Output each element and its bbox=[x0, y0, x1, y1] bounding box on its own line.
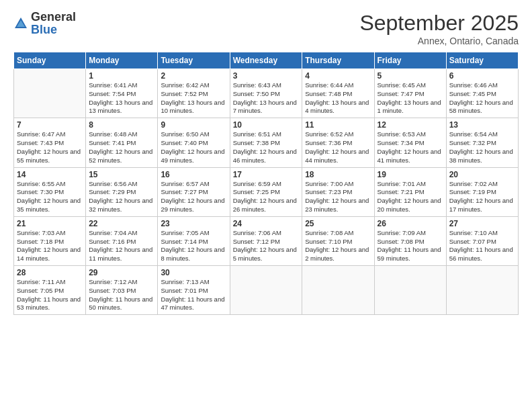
day-number: 12 bbox=[378, 120, 443, 130]
table-row: 21 Sunrise: 7:03 AMSunset: 7:18 PMDaylig… bbox=[14, 216, 86, 265]
table-row: 23 Sunrise: 7:05 AMSunset: 7:14 PMDaylig… bbox=[158, 216, 230, 265]
day-info: Sunrise: 6:44 AMSunset: 7:48 PMDaylight:… bbox=[305, 81, 371, 116]
table-row: 5 Sunrise: 6:45 AMSunset: 7:47 PMDayligh… bbox=[374, 69, 446, 118]
table-row: 14 Sunrise: 6:55 AMSunset: 7:30 PMDaylig… bbox=[14, 167, 86, 216]
table-row: 29 Sunrise: 7:12 AMSunset: 7:03 PMDaylig… bbox=[86, 266, 158, 315]
table-row: 15 Sunrise: 6:56 AMSunset: 7:29 PMDaylig… bbox=[86, 167, 158, 216]
day-number: 3 bbox=[233, 71, 300, 81]
day-number: 4 bbox=[305, 71, 371, 81]
day-info: Sunrise: 6:47 AMSunset: 7:43 PMDaylight:… bbox=[17, 130, 83, 165]
day-info: Sunrise: 7:09 AMSunset: 7:08 PMDaylight:… bbox=[378, 229, 443, 263]
day-number: 7 bbox=[17, 120, 83, 130]
table-row: 1 Sunrise: 6:41 AMSunset: 7:54 PMDayligh… bbox=[86, 69, 158, 118]
table-row: 20 Sunrise: 7:02 AMSunset: 7:19 PMDaylig… bbox=[446, 167, 518, 216]
day-number: 11 bbox=[305, 120, 371, 130]
day-info: Sunrise: 7:00 AMSunset: 7:23 PMDaylight:… bbox=[305, 180, 371, 214]
table-row: 18 Sunrise: 7:00 AMSunset: 7:23 PMDaylig… bbox=[302, 167, 374, 216]
day-number: 2 bbox=[161, 71, 226, 81]
table-row bbox=[230, 266, 302, 315]
day-info: Sunrise: 6:59 AMSunset: 7:25 PMDaylight:… bbox=[233, 180, 300, 214]
table-row: 17 Sunrise: 6:59 AMSunset: 7:25 PMDaylig… bbox=[230, 167, 302, 216]
logo: General Blue bbox=[13, 11, 76, 36]
day-info: Sunrise: 6:45 AMSunset: 7:47 PMDaylight:… bbox=[378, 81, 443, 116]
table-row: 24 Sunrise: 7:06 AMSunset: 7:12 PMDaylig… bbox=[230, 216, 302, 265]
day-info: Sunrise: 7:01 AMSunset: 7:21 PMDaylight:… bbox=[378, 180, 443, 214]
day-number: 8 bbox=[89, 120, 154, 130]
day-number: 5 bbox=[378, 71, 443, 81]
logo-icon bbox=[13, 16, 28, 31]
day-info: Sunrise: 6:51 AMSunset: 7:38 PMDaylight:… bbox=[233, 130, 300, 165]
col-thursday: Thursday bbox=[302, 52, 374, 69]
day-info: Sunrise: 7:04 AMSunset: 7:16 PMDaylight:… bbox=[89, 229, 154, 263]
month-title: September 2025 bbox=[359, 11, 519, 36]
table-row: 4 Sunrise: 6:44 AMSunset: 7:48 PMDayligh… bbox=[302, 69, 374, 118]
table-row: 6 Sunrise: 6:46 AMSunset: 7:45 PMDayligh… bbox=[446, 69, 518, 118]
day-number: 18 bbox=[305, 170, 371, 179]
table-row: 22 Sunrise: 7:04 AMSunset: 7:16 PMDaylig… bbox=[86, 216, 158, 265]
day-info: Sunrise: 6:50 AMSunset: 7:40 PMDaylight:… bbox=[161, 130, 226, 165]
location-subtitle: Annex, Ontario, Canada bbox=[359, 36, 519, 46]
col-sunday: Sunday bbox=[14, 52, 86, 69]
day-number: 9 bbox=[161, 120, 226, 130]
table-row: 2 Sunrise: 6:42 AMSunset: 7:52 PMDayligh… bbox=[158, 69, 230, 118]
table-row bbox=[302, 266, 374, 315]
page: General Blue September 2025 Annex, Ontar… bbox=[0, 0, 532, 411]
day-info: Sunrise: 7:02 AMSunset: 7:19 PMDaylight:… bbox=[449, 180, 515, 214]
col-monday: Monday bbox=[86, 52, 158, 69]
day-number: 21 bbox=[17, 219, 83, 228]
day-info: Sunrise: 7:12 AMSunset: 7:03 PMDaylight:… bbox=[89, 278, 154, 312]
table-row: 30 Sunrise: 7:13 AMSunset: 7:01 PMDaylig… bbox=[158, 266, 230, 315]
day-info: Sunrise: 7:05 AMSunset: 7:14 PMDaylight:… bbox=[161, 229, 226, 263]
day-number: 23 bbox=[161, 219, 226, 228]
logo-blue: Blue bbox=[31, 23, 57, 36]
col-friday: Friday bbox=[374, 52, 446, 69]
day-info: Sunrise: 6:53 AMSunset: 7:34 PMDaylight:… bbox=[378, 130, 443, 165]
day-number: 15 bbox=[89, 170, 154, 179]
day-info: Sunrise: 6:46 AMSunset: 7:45 PMDaylight:… bbox=[449, 81, 515, 116]
table-row: 28 Sunrise: 7:11 AMSunset: 7:05 PMDaylig… bbox=[14, 266, 86, 315]
day-info: Sunrise: 7:11 AMSunset: 7:05 PMDaylight:… bbox=[17, 278, 83, 312]
table-row: 19 Sunrise: 7:01 AMSunset: 7:21 PMDaylig… bbox=[374, 167, 446, 216]
day-number: 20 bbox=[449, 170, 515, 179]
day-info: Sunrise: 7:03 AMSunset: 7:18 PMDaylight:… bbox=[17, 229, 83, 263]
col-saturday: Saturday bbox=[446, 52, 518, 69]
day-number: 6 bbox=[449, 71, 515, 81]
table-row: 7 Sunrise: 6:47 AMSunset: 7:43 PMDayligh… bbox=[14, 118, 86, 167]
title-area: September 2025 Annex, Ontario, Canada bbox=[359, 11, 519, 46]
day-info: Sunrise: 6:42 AMSunset: 7:52 PMDaylight:… bbox=[161, 81, 226, 116]
logo-general: General bbox=[31, 10, 76, 24]
day-number: 22 bbox=[89, 219, 154, 228]
day-info: Sunrise: 6:56 AMSunset: 7:29 PMDaylight:… bbox=[89, 180, 154, 214]
day-number: 1 bbox=[89, 71, 154, 81]
table-row: 13 Sunrise: 6:54 AMSunset: 7:32 PMDaylig… bbox=[446, 118, 518, 167]
day-number: 24 bbox=[233, 219, 300, 228]
day-number: 30 bbox=[161, 268, 226, 277]
day-info: Sunrise: 6:43 AMSunset: 7:50 PMDaylight:… bbox=[233, 81, 300, 116]
table-row: 9 Sunrise: 6:50 AMSunset: 7:40 PMDayligh… bbox=[158, 118, 230, 167]
table-row: 11 Sunrise: 6:52 AMSunset: 7:36 PMDaylig… bbox=[302, 118, 374, 167]
day-info: Sunrise: 6:54 AMSunset: 7:32 PMDaylight:… bbox=[449, 130, 515, 165]
table-row: 10 Sunrise: 6:51 AMSunset: 7:38 PMDaylig… bbox=[230, 118, 302, 167]
table-row: 3 Sunrise: 6:43 AMSunset: 7:50 PMDayligh… bbox=[230, 69, 302, 118]
day-info: Sunrise: 6:41 AMSunset: 7:54 PMDaylight:… bbox=[89, 81, 154, 116]
day-number: 28 bbox=[17, 268, 83, 277]
day-info: Sunrise: 6:57 AMSunset: 7:27 PMDaylight:… bbox=[161, 180, 226, 214]
day-number: 19 bbox=[378, 170, 443, 179]
table-row: 16 Sunrise: 6:57 AMSunset: 7:27 PMDaylig… bbox=[158, 167, 230, 216]
col-tuesday: Tuesday bbox=[158, 52, 230, 69]
col-wednesday: Wednesday bbox=[230, 52, 302, 69]
header: General Blue September 2025 Annex, Ontar… bbox=[13, 11, 519, 46]
calendar-table: Sunday Monday Tuesday Wednesday Thursday… bbox=[13, 52, 519, 315]
day-number: 29 bbox=[89, 268, 154, 277]
table-row bbox=[374, 266, 446, 315]
table-row bbox=[14, 69, 86, 118]
logo-text: General Blue bbox=[31, 11, 76, 36]
table-row: 25 Sunrise: 7:08 AMSunset: 7:10 PMDaylig… bbox=[302, 216, 374, 265]
day-number: 13 bbox=[449, 120, 515, 130]
day-info: Sunrise: 7:08 AMSunset: 7:10 PMDaylight:… bbox=[305, 229, 371, 263]
day-info: Sunrise: 6:48 AMSunset: 7:41 PMDaylight:… bbox=[89, 130, 154, 165]
day-number: 10 bbox=[233, 120, 300, 130]
day-number: 17 bbox=[233, 170, 300, 179]
table-row bbox=[446, 266, 518, 315]
table-row: 8 Sunrise: 6:48 AMSunset: 7:41 PMDayligh… bbox=[86, 118, 158, 167]
